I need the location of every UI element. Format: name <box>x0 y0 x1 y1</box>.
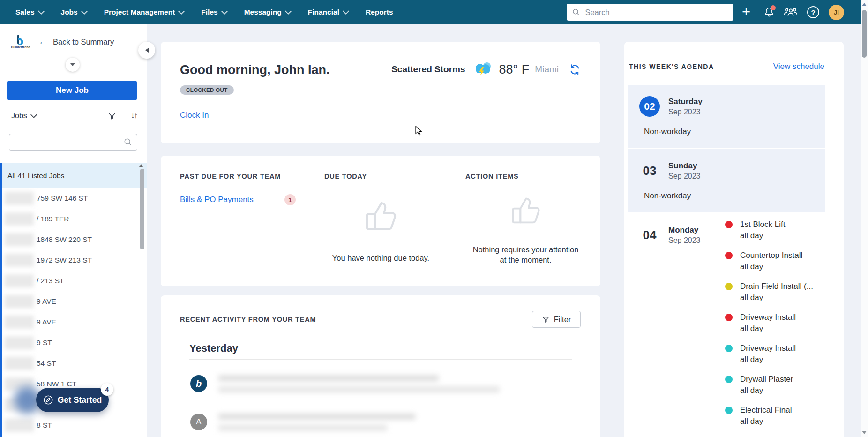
people-icon <box>784 7 798 18</box>
agenda-event[interactable]: Driveway Install all day <box>725 343 813 365</box>
day-number: 03 <box>639 160 660 181</box>
agenda-day[interactable]: 02 Saturday Sep 2023 Non-workday <box>628 85 825 148</box>
scrollbar-thumb[interactable] <box>862 10 867 58</box>
new-job-button[interactable]: New Job <box>7 81 137 100</box>
day-number: 04 <box>639 225 660 245</box>
agenda-event[interactable]: 1st Block Lift all day <box>725 219 813 241</box>
divider <box>189 359 572 360</box>
agenda-event[interactable]: Drain Field Install (... all day <box>725 281 813 303</box>
job-list-item[interactable]: / 213 ST <box>2 271 147 291</box>
event-time: all day <box>740 323 796 334</box>
event-title: Drain Field Install (... <box>740 281 813 292</box>
agenda-day[interactable]: 04 Monday Sep 2023 1st Block Lift all da… <box>628 213 825 437</box>
agenda-event[interactable]: Electrical Final all day <box>725 405 813 427</box>
help-button[interactable]: ? <box>807 6 819 18</box>
job-address: / 189 TER <box>37 215 69 223</box>
greeting-card: Good morning, John Ian. CLOCKED OUT Cloc… <box>161 42 600 143</box>
event-status-dot <box>725 314 733 321</box>
scroll-down-arrow[interactable] <box>862 431 867 434</box>
sidebar-scroll-up-arrow[interactable] <box>139 164 143 167</box>
job-list-item[interactable]: 9 AVE <box>2 291 147 312</box>
event-status-dot <box>725 252 733 259</box>
thumbs-up-icon <box>509 194 542 227</box>
activity-row[interactable]: b <box>190 375 500 392</box>
search-input[interactable] <box>584 8 728 17</box>
divider <box>189 399 572 399</box>
buildertrend-dashboard: Sales Jobs Project Management Files Mess… <box>0 0 868 437</box>
action-items-empty-text: Nothing requires your attention at the m… <box>451 244 600 265</box>
global-search[interactable] <box>567 4 733 21</box>
nav-menu-item[interactable]: Messaging <box>244 8 291 16</box>
refresh-icon[interactable] <box>569 64 581 75</box>
event-title: Drywall Plaster <box>740 374 793 385</box>
job-list-item[interactable]: 8 ST <box>2 415 147 436</box>
job-list-item[interactable]: 9 AVE <box>2 312 147 332</box>
due-today-column: DUE TODAY You have nothing due today. <box>311 156 451 286</box>
weather-condition: Scattered Storms <box>391 64 465 75</box>
sidebar-scrollbar-thumb[interactable] <box>140 169 144 249</box>
get-started-button[interactable]: Get Started 4 <box>36 388 109 412</box>
job-address: 1972 SW 213 ST <box>37 256 92 264</box>
past-due-column: PAST DUE FOR YOUR TEAM Bills & PO Paymen… <box>161 156 311 286</box>
agenda-day-header: 02 Saturday Sep 2023 <box>634 96 825 117</box>
job-address: / 213 ST <box>37 277 64 285</box>
quick-add-button[interactable]: + <box>740 3 753 21</box>
view-schedule-link[interactable]: View schedule <box>773 62 824 71</box>
search-icon <box>124 138 132 146</box>
weather-widget: Scattered Storms 88° F Miami <box>391 60 581 78</box>
filter-icon[interactable] <box>107 111 117 121</box>
notifications-button[interactable] <box>763 7 775 18</box>
day-note: Non-workday <box>644 127 825 136</box>
window-scrollbar[interactable] <box>861 0 868 437</box>
scroll-up-arrow[interactable] <box>862 3 867 6</box>
nav-menu-item[interactable]: Reports <box>366 8 393 16</box>
filter-button[interactable]: Filter <box>532 311 581 328</box>
buildertrend-logo-icon <box>16 35 25 45</box>
contacts-button[interactable] <box>784 7 798 18</box>
job-list-item[interactable]: 9 ST <box>2 332 147 353</box>
past-due-count-badge: 1 <box>284 194 296 205</box>
job-list-all-filter[interactable]: All 41 Listed Jobs <box>2 163 147 188</box>
nav-menu-item[interactable]: Project Management <box>104 8 184 16</box>
job-name-redacted <box>5 212 34 226</box>
clock-in-link[interactable]: Clock In <box>180 111 209 120</box>
back-to-summary-link[interactable]: ← Back to Summary <box>38 37 114 47</box>
sidebar-expand-button[interactable] <box>66 58 80 72</box>
job-list-item[interactable]: / 189 TER <box>2 209 147 229</box>
bills-po-payments-link[interactable]: Bills & PO Payments <box>180 195 254 204</box>
event-title: 1st Block Lift <box>740 219 785 230</box>
job-list-item[interactable]: 759 SW 146 ST <box>2 188 147 209</box>
sort-icon[interactable]: ↓↑ <box>131 111 137 121</box>
event-time: all day <box>740 261 802 272</box>
greeting-title: Good morning, John Ian. <box>180 63 329 77</box>
agenda-event[interactable]: Drywall Plaster all day <box>725 374 813 396</box>
agenda-day[interactable]: 03 Sunday Sep 2023 Non-workday <box>628 149 825 212</box>
mouse-cursor <box>415 126 424 136</box>
chevron-down-icon <box>37 8 44 14</box>
day-events: 1st Block Lift all day Countertop Instal… <box>725 219 813 437</box>
nav-menu-item[interactable]: Financial <box>308 8 348 16</box>
pencil-circle-icon <box>43 395 53 405</box>
job-search-input[interactable] <box>14 138 124 147</box>
nav-menu-item[interactable]: Sales <box>15 8 44 16</box>
chevron-down-icon <box>81 8 88 14</box>
buildertrend-avatar: b <box>190 375 207 392</box>
agenda-event[interactable]: Driveway Install all day <box>725 312 813 334</box>
job-list-item[interactable]: 54 ST <box>2 353 147 374</box>
jobs-dropdown[interactable]: Jobs <box>11 112 36 120</box>
nav-menu-item[interactable]: Files <box>201 8 226 16</box>
agenda-event[interactable]: Countertop Install all day <box>725 250 813 272</box>
user-avatar[interactable]: JI <box>829 5 844 20</box>
activity-row[interactable]: A <box>190 414 415 431</box>
job-search-box[interactable] <box>9 134 137 151</box>
event-title: Electrical Final <box>740 405 792 416</box>
job-address: 58 NW 1 CT <box>37 380 76 388</box>
nav-menu-item[interactable]: Jobs <box>61 8 87 16</box>
redacted-activity-text <box>218 414 415 431</box>
question-icon: ? <box>811 8 815 16</box>
sidebar-collapse-button[interactable] <box>138 42 155 59</box>
job-list-item[interactable]: 1972 SW 213 ST <box>2 250 147 271</box>
job-name-redacted <box>5 295 34 308</box>
job-list-item[interactable]: 1848 SW 220 ST <box>2 229 147 250</box>
job-name-redacted <box>5 316 34 329</box>
